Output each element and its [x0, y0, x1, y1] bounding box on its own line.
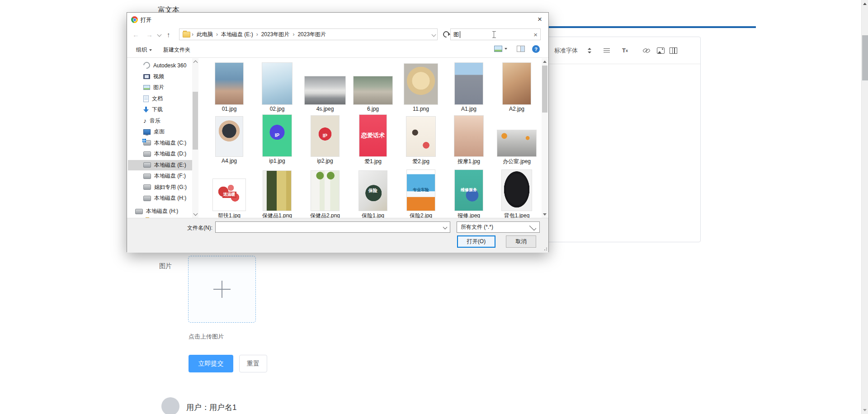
cancel-button[interactable]: 取消 — [506, 235, 536, 248]
resize-grip[interactable] — [543, 248, 547, 251]
new-folder-label: 新建文件夹 — [163, 46, 190, 54]
line-height-icon[interactable] — [604, 37, 610, 64]
file-item[interactable]: 爱2.jpg — [397, 115, 445, 165]
file-thumbnail — [305, 76, 345, 104]
preview-pane-button[interactable] — [517, 46, 525, 52]
file-item[interactable]: 恋爱话术爱1.jpg — [349, 115, 397, 165]
file-item[interactable]: 6.jpg — [349, 63, 397, 112]
address-dropdown-chevron-icon[interactable] — [432, 32, 436, 37]
breadcrumb-item[interactable]: 本地磁盘 (E:) — [218, 31, 256, 38]
filetype-select[interactable]: 所有文件 (*.*) — [457, 221, 540, 233]
file-grid-scrollbar-thumb[interactable] — [542, 66, 547, 113]
file-name-label: 6.jpg — [367, 106, 379, 112]
file-open-dialog: 打开 × ← → ↑ ›此电脑›本地磁盘 (E:)›2023年图片›2023年图… — [127, 12, 549, 252]
sidebar-item[interactable]: 媳妇专用 (G:) — [128, 182, 192, 193]
file-item[interactable]: 11.png — [397, 63, 445, 112]
font-size-spinner[interactable] — [588, 37, 591, 64]
file-item[interactable]: 办公室.jpeg — [493, 115, 541, 165]
search-clear-icon[interactable]: × — [533, 31, 538, 38]
file-item[interactable]: IPip1.jpg — [253, 115, 301, 165]
thumbnail-text: 恋爱话术 — [360, 132, 386, 140]
sidebar-item[interactable]: 本地磁盘 (H:) — [128, 193, 192, 203]
sidebar-item[interactable]: 本地磁盘 (D:) — [128, 149, 192, 159]
scroll-up-arrow-icon[interactable] — [543, 61, 547, 63]
recent-locations-chevron-icon[interactable] — [158, 28, 161, 40]
file-item[interactable]: 02.jpg — [253, 63, 301, 112]
file-item[interactable]: 01.jpg — [205, 63, 253, 112]
file-item[interactable]: IPip2.jpg — [301, 115, 349, 165]
insert-video-icon[interactable] — [670, 37, 677, 64]
sidebar-item[interactable]: 图片 — [128, 82, 192, 93]
sidebar-item[interactable]: 本地磁盘 (E:) — [128, 160, 192, 170]
sidebar-item-label: 本地磁盘 (H:) — [154, 194, 186, 202]
sidebar-item[interactable]: 音乐 — [128, 116, 192, 126]
scroll-down-arrow-icon[interactable] — [543, 213, 547, 216]
file-item[interactable]: 送温暖帮扶1.jpg — [205, 169, 253, 218]
breadcrumb-item[interactable]: 2023年图片 — [258, 31, 293, 38]
file-item[interactable]: 背包1.jpeg — [493, 169, 541, 218]
filename-input[interactable] — [216, 224, 443, 231]
reset-button[interactable]: 重置 — [239, 355, 267, 372]
file-thumbnail — [216, 117, 243, 156]
up-one-level-icon[interactable]: ↑ — [167, 28, 170, 40]
scroll-up-arrow-icon[interactable] — [193, 61, 198, 65]
open-button[interactable]: 打开(O) — [457, 235, 495, 248]
file-item[interactable]: 专业车险保险2.jpg — [397, 169, 445, 218]
file-thumbnail — [354, 76, 392, 104]
help-button[interactable]: ? — [532, 45, 540, 53]
file-item[interactable]: 保健品1.png — [253, 169, 301, 218]
sidebar-item[interactable]: 本地磁盘 (F:) — [128, 171, 192, 181]
chevron-down-icon — [529, 224, 537, 231]
change-view-button[interactable] — [494, 46, 507, 52]
sidebar-scrollbar[interactable] — [192, 58, 198, 218]
file-grid-scrollbar[interactable] — [542, 58, 548, 218]
close-icon[interactable]: × — [533, 14, 547, 25]
dialog-title-bar[interactable]: 打开 × — [127, 13, 548, 26]
page-scrollbar[interactable] — [861, 0, 868, 414]
file-item[interactable]: 维修服务报修.jpeg — [445, 169, 493, 218]
page-scrollbar-thumb[interactable] — [862, 35, 868, 80]
breadcrumb-item[interactable]: 此电脑 — [193, 31, 216, 38]
sidebar-item[interactable]: 文档 — [128, 94, 192, 104]
sidebar-item[interactable]: Autodesk 360 — [128, 60, 192, 71]
address-breadcrumb-bar[interactable]: ›此电脑›本地磁盘 (E:)›2023年图片›2023年图片 — [179, 28, 438, 40]
file-name-label: 背包1.jpeg — [504, 212, 530, 218]
download-icon — [143, 107, 149, 113]
sidebar-item[interactable]: 视频 — [128, 71, 192, 82]
scroll-down-arrow-icon[interactable] — [193, 212, 198, 216]
file-item[interactable]: 4s.jpeg — [301, 63, 349, 112]
file-item[interactable]: 保健品2.png — [301, 169, 349, 218]
file-item[interactable]: 保险保险1.jpg — [349, 169, 397, 218]
forward-arrow-icon[interactable]: → — [146, 28, 153, 40]
new-folder-button[interactable]: 新建文件夹 — [163, 46, 190, 54]
insert-image-icon[interactable] — [657, 37, 665, 64]
file-thumbnail: 恋爱话术 — [359, 115, 387, 156]
file-item[interactable]: A2.jpg — [493, 63, 541, 112]
organize-button[interactable]: 组织 — [136, 46, 152, 54]
scroll-up-arrow-icon[interactable] — [863, 3, 867, 5]
filename-combobox[interactable] — [215, 221, 450, 233]
refresh-icon — [442, 30, 451, 39]
search-input[interactable] — [453, 31, 460, 38]
submit-button[interactable]: 立即提交 — [189, 355, 233, 372]
file-thumbnail-area — [354, 63, 392, 104]
link-icon[interactable] — [643, 37, 650, 64]
sidebar-item[interactable]: 本地磁盘 (H:) — [128, 206, 192, 216]
clear-format-icon[interactable]: Tx — [622, 37, 628, 64]
file-name-label: 报修.jpeg — [458, 212, 480, 218]
search-box[interactable]: × — [450, 28, 541, 40]
sidebar-scrollbar-thumb[interactable] — [193, 92, 198, 150]
font-family-select[interactable]: 标准字体 — [554, 37, 578, 64]
file-item[interactable]: A1.jpg — [445, 63, 493, 112]
scroll-down-arrow-icon[interactable] — [863, 409, 867, 411]
filename-label: 文件名(N): — [187, 224, 212, 232]
image-upload-dropzone[interactable] — [188, 256, 256, 323]
back-arrow-icon[interactable]: ← — [132, 28, 139, 40]
breadcrumb-item[interactable]: 2023年图片 — [294, 31, 329, 38]
sidebar-item[interactable]: 本地磁盘 (C:) — [128, 138, 192, 148]
file-item[interactable]: 按摩1.jpg — [445, 115, 493, 165]
sidebar-item[interactable]: 桌面 — [128, 127, 192, 137]
disk-icon — [143, 151, 151, 157]
file-item[interactable]: A4.jpg — [205, 115, 253, 165]
sidebar-item[interactable]: 下载 — [128, 104, 192, 115]
